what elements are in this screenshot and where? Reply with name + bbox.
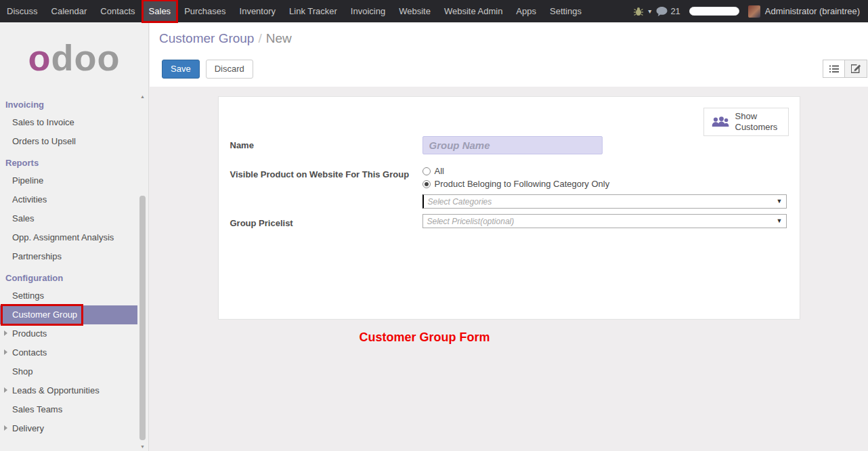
pricelist-field-row: Group Pricelist Select Pricelist(optiona… bbox=[230, 214, 800, 228]
form-view-button[interactable] bbox=[845, 60, 867, 78]
sidebar-item-pipeline[interactable]: Pipeline bbox=[0, 171, 148, 190]
message-count: 21 bbox=[670, 6, 680, 16]
sidebar-item-products[interactable]: Products bbox=[0, 324, 148, 343]
nav-purchases[interactable]: Purchases bbox=[177, 0, 232, 22]
sidebar-section-invoicing: Invoicing bbox=[0, 93, 148, 113]
sidebar-item-settings[interactable]: Settings bbox=[0, 286, 148, 305]
sidebar-item-orders-to-upsell[interactable]: Orders to Upsell bbox=[0, 132, 148, 151]
categories-placeholder: Select Categories bbox=[428, 197, 492, 207]
expand-arrow-icon bbox=[4, 387, 7, 393]
sidebar-item-contacts[interactable]: Contacts bbox=[0, 343, 148, 362]
breadcrumb-parent-link[interactable]: Customer Group bbox=[159, 31, 254, 45]
radio-category-option[interactable]: Product Beloging to Following Category O… bbox=[422, 178, 787, 190]
radio-category-label: Product Beloging to Following Category O… bbox=[435, 178, 610, 190]
show-customers-label: Show Customers bbox=[735, 111, 781, 133]
logo-rest: doo bbox=[51, 37, 121, 79]
sidebar-item-label: Contacts bbox=[12, 347, 47, 358]
radio-all-label: All bbox=[435, 165, 444, 177]
avatar[interactable] bbox=[748, 5, 760, 18]
sidebar-section-configuration: Configuration bbox=[0, 266, 148, 286]
odoo-logo: odoo bbox=[0, 22, 148, 93]
sidebar-item-label: Customer Group bbox=[12, 309, 77, 320]
nav-discuss[interactable]: Discuss bbox=[0, 0, 45, 22]
user-menu[interactable]: Administrator (braintree) bbox=[765, 6, 860, 16]
sidebar-item-sales-to-invoice[interactable]: Sales to Invoice bbox=[0, 113, 148, 132]
progress-pill bbox=[689, 7, 739, 16]
sidebar-item-partnerships[interactable]: Partnerships bbox=[0, 247, 148, 266]
top-navbar: Discuss Calendar Contacts Sales Purchase… bbox=[0, 0, 868, 22]
sidebar-scrollbar: ▲ ▼ bbox=[138, 93, 147, 451]
expand-arrow-icon bbox=[4, 330, 7, 336]
scroll-up-arrow-icon[interactable]: ▲ bbox=[138, 93, 147, 101]
select-caret-icon: ▼ bbox=[777, 217, 783, 224]
breadcrumb-current: New bbox=[266, 31, 292, 45]
sidebar-item-activities[interactable]: Activities bbox=[0, 190, 148, 209]
radio-all-option[interactable]: All bbox=[422, 165, 787, 177]
visibility-label: Visible Product on Website For This Grou… bbox=[230, 165, 422, 179]
nav-settings[interactable]: Settings bbox=[543, 0, 588, 22]
nav-invoicing[interactable]: Invoicing bbox=[344, 0, 392, 22]
nav-apps[interactable]: Apps bbox=[509, 0, 543, 22]
messages-icon[interactable] bbox=[656, 7, 668, 16]
view-switcher bbox=[823, 60, 867, 78]
discard-button[interactable]: Discard bbox=[206, 60, 253, 79]
scrollbar-thumb[interactable] bbox=[139, 196, 146, 440]
name-label: Name bbox=[230, 136, 422, 150]
sidebar-item-label: Leads & Opportunities bbox=[12, 385, 100, 395]
nav-sales[interactable]: Sales bbox=[142, 0, 178, 22]
show-customers-button[interactable]: Show Customers bbox=[703, 108, 789, 136]
sidebar-item-leads-opportunities[interactable]: Leads & Opportunities bbox=[0, 381, 148, 400]
sidebar-item-sales-teams[interactable]: Sales Teams bbox=[0, 400, 148, 419]
nav-contacts[interactable]: Contacts bbox=[93, 0, 142, 22]
sidebar-item-opp-assignment-analysis[interactable]: Opp. Assignment Analysis bbox=[0, 228, 148, 247]
nav-calendar[interactable]: Calendar bbox=[45, 0, 94, 22]
breadcrumb-separator: / bbox=[258, 31, 261, 45]
sidebar: odoo Invoicing Sales to Invoice Orders t… bbox=[0, 22, 149, 451]
debug-caret-down-icon[interactable]: ▾ bbox=[648, 7, 651, 15]
sidebar-item-label: Delivery bbox=[12, 423, 44, 433]
action-buttons: Save Discard bbox=[162, 60, 253, 79]
scroll-down-arrow-icon[interactable]: ▼ bbox=[138, 443, 147, 451]
pricelist-placeholder: Select Pricelist(optional) bbox=[427, 217, 515, 226]
control-panel: Customer Group/New Save Discard bbox=[150, 22, 868, 87]
edit-form-icon bbox=[851, 64, 861, 74]
radio-selected-icon[interactable] bbox=[422, 180, 431, 188]
radio-unselected-icon[interactable] bbox=[422, 167, 431, 175]
select-caret-icon: ▼ bbox=[777, 198, 783, 205]
visibility-field-row: Visible Product on Website For This Grou… bbox=[230, 165, 800, 209]
list-view-button[interactable] bbox=[823, 60, 845, 78]
list-icon bbox=[829, 65, 839, 73]
name-field-row: Name bbox=[230, 136, 800, 154]
breadcrumb: Customer Group/New bbox=[150, 22, 868, 46]
topbar-right-cluster: ▾ 21 Administrator (braintree) bbox=[634, 0, 868, 22]
sidebar-item-customer-group[interactable]: Customer Group bbox=[0, 305, 137, 324]
annotation-caption: Customer Group Form bbox=[359, 330, 490, 345]
sidebar-item-delivery[interactable]: Delivery bbox=[0, 419, 148, 438]
pricelist-select[interactable]: Select Pricelist(optional) ▼ bbox=[422, 214, 787, 228]
main-content: Show Customers Name Visible Product on W… bbox=[150, 87, 868, 451]
nav-inventory[interactable]: Inventory bbox=[233, 0, 282, 22]
categories-select[interactable]: Select Categories ▼ bbox=[422, 194, 787, 209]
sidebar-item-sales[interactable]: Sales bbox=[0, 209, 148, 228]
pricelist-label: Group Pricelist bbox=[230, 214, 422, 228]
sidebar-item-shop[interactable]: Shop bbox=[0, 362, 148, 381]
customer-group-form-card: Show Customers Name Visible Product on W… bbox=[218, 96, 800, 320]
debug-bug-icon[interactable] bbox=[634, 7, 643, 16]
sidebar-item-label: Products bbox=[12, 328, 47, 339]
nav-website-admin[interactable]: Website Admin bbox=[437, 0, 509, 22]
group-name-input[interactable] bbox=[422, 136, 603, 154]
logo-first-letter: o bbox=[28, 37, 51, 79]
save-button[interactable]: Save bbox=[162, 60, 200, 79]
customers-people-icon bbox=[711, 116, 729, 129]
sidebar-section-reports: Reports bbox=[0, 151, 148, 171]
nav-website[interactable]: Website bbox=[392, 0, 437, 22]
expand-arrow-icon bbox=[4, 349, 7, 355]
nav-link-tracker[interactable]: Link Tracker bbox=[282, 0, 344, 22]
expand-arrow-icon bbox=[4, 425, 7, 431]
